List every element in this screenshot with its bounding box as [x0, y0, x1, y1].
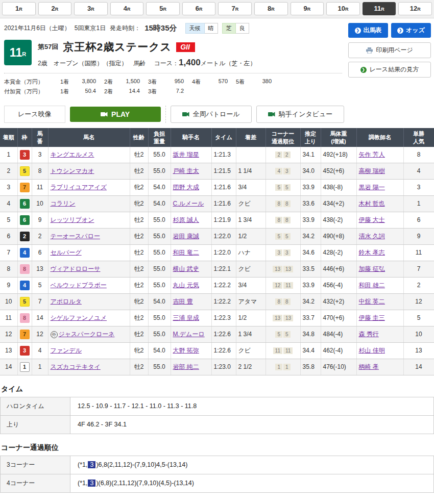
trainer-link[interactable]: 和田 雄二	[359, 282, 385, 289]
results-col-header: 着順	[0, 128, 17, 147]
race-tab-6r[interactable]: 6R	[182, 2, 216, 15]
finish-time: 1:21.6	[211, 195, 236, 212]
jockey-link[interactable]: 横山 武史	[173, 265, 199, 272]
margin: 1 3/4	[236, 326, 266, 342]
horse-name-link[interactable]: コラリン	[51, 200, 76, 207]
horse-name-link[interactable]: ベルウッドブラボー	[51, 282, 107, 289]
trainer-link[interactable]: 杉山 佳明	[359, 347, 385, 354]
horse-name-cell: ラブリイユアアイズ	[48, 179, 130, 195]
jockey-link[interactable]: 坂井 瑠星	[173, 151, 199, 158]
win-popularity: 9	[403, 228, 434, 244]
race-tab-10r[interactable]: 10R	[326, 2, 360, 15]
race-tab-2r[interactable]: 2R	[38, 2, 72, 15]
horse-name-link[interactable]: スズカコテキタイ	[51, 363, 101, 370]
horse-name-cell: アポロルタ	[48, 293, 130, 310]
horse-name-link[interactable]: テーオースパロー	[51, 233, 100, 240]
jockey-link[interactable]: 団野 大成	[173, 184, 199, 191]
horse-name-link[interactable]: トウシンマカオ	[51, 167, 94, 174]
print-page-button[interactable]: 印刷用ページ	[348, 42, 431, 58]
race-tab-4r[interactable]: 4R	[110, 2, 144, 15]
corner-position-badge: 13	[283, 266, 293, 272]
trainer-link[interactable]: 矢作 芳人	[359, 151, 385, 158]
jockey-link[interactable]: 丸山 元気	[173, 282, 199, 289]
trainer-cell: 中舘 英二	[356, 293, 403, 310]
race-tab-7r[interactable]: 7R	[218, 2, 252, 15]
horse-number: 3	[32, 147, 48, 163]
jockey-link[interactable]: 岩部 純二	[173, 363, 199, 370]
trainer-link[interactable]: 加藤 征弘	[359, 265, 385, 272]
course-distance: 1,400	[179, 58, 201, 67]
sex-age: 牡2	[130, 277, 148, 293]
finish-time: 1:22.0	[211, 228, 236, 244]
race-tab-suffix: R	[127, 7, 131, 12]
race-tab-8r[interactable]: 8R	[254, 2, 288, 15]
jockey-link[interactable]: 戸崎 圭太	[173, 167, 199, 174]
horse-name-link[interactable]: ジャスパークローネ	[59, 331, 115, 338]
race-tab-11r[interactable]: 11R	[363, 2, 396, 15]
trainer-link[interactable]: 鈴木 孝志	[359, 249, 385, 256]
prize-place: 1着	[60, 88, 74, 95]
race-tab-3r[interactable]: 3R	[74, 2, 108, 15]
carried-weight: 55.0	[148, 147, 171, 163]
prize-value: 1,500	[117, 78, 140, 86]
horse-name-link[interactable]: シゲルファンノユメ	[51, 314, 107, 321]
race-tab-9r[interactable]: 9R	[291, 2, 324, 15]
horse-name-link[interactable]: レッツリブオン	[51, 216, 94, 223]
trainer-link[interactable]: 伊藤 大士	[359, 216, 385, 223]
margin: 2 1/2	[236, 359, 266, 375]
carried-weight: 55.0	[148, 326, 171, 342]
jockey-interview-label: 騎手インタビュー	[279, 110, 333, 119]
corner-row-label: 3コーナー	[1, 456, 70, 474]
sex-age: 牡2	[130, 310, 148, 326]
race-tab-suffix: R	[417, 7, 421, 12]
horse-name-link[interactable]: セルバーグ	[51, 249, 82, 256]
finish-position: 2	[0, 163, 17, 179]
corner-row: 4コーナー(*1,3)(6,8)(2,11,12)(7,9,10)(4,5)-(…	[1, 474, 434, 492]
odds-button[interactable]: ❯ オッズ	[391, 23, 431, 38]
trainer-link[interactable]: 木村 哲也	[359, 200, 385, 207]
trainer-link[interactable]: 中舘 英二	[359, 298, 385, 305]
sex-age: 牡2	[130, 326, 148, 342]
jockey-interview-button[interactable]: 騎手インタビュー	[256, 106, 345, 123]
result-guide-button[interactable]: ❯ レース結果の見方	[348, 62, 431, 78]
jockey-link[interactable]: 岩田 康誠	[173, 233, 199, 240]
race-tab-5r[interactable]: 5R	[146, 2, 180, 15]
horse-name-link[interactable]: ヴィアドロローサ	[51, 265, 101, 272]
corner-position-badge: 2	[283, 152, 291, 158]
jockey-link[interactable]: 三浦 皇成	[173, 314, 199, 321]
carried-weight: 55.0	[148, 277, 171, 293]
entry-table-button[interactable]: ❯ 出馬表	[348, 23, 388, 38]
horse-name-link[interactable]: ファンデル	[51, 347, 82, 354]
finish-time: 1:22.6	[211, 326, 236, 342]
trainer-cell: 和田 雄二	[356, 277, 403, 293]
horse-name-link[interactable]: キングエルメス	[51, 151, 94, 158]
horse-name-link[interactable]: ラブリイユアアイズ	[51, 184, 107, 191]
trainer-link[interactable]: 清水 久詞	[359, 233, 385, 240]
race-tab-number: 7	[231, 5, 235, 12]
trainer-link[interactable]: 森 秀行	[359, 331, 379, 338]
body-weight: 462(-4)	[321, 342, 356, 359]
play-button[interactable]: PLAY	[70, 107, 161, 122]
margin: 1 3/4	[236, 212, 266, 228]
jockey-link[interactable]: 大野 拓弥	[173, 347, 199, 354]
trainer-link[interactable]: 黒岩 陽一	[359, 184, 385, 191]
race-tab-1r[interactable]: 1R	[2, 2, 36, 15]
corner-row: 3コーナー(*1,3)6,8(2,11,12)-(7,9,10)4,5-(13,…	[1, 456, 434, 474]
jockey-link[interactable]: 吉田 豊	[173, 298, 193, 305]
course-label: コース：	[154, 60, 179, 67]
prize-row: 付加賞（万円）1着50.42着14.43着7.2	[4, 87, 430, 96]
jockey-link[interactable]: 和田 竜二	[173, 249, 199, 256]
race-name: 京王杯2歳ステークス	[63, 40, 172, 54]
trainer-link[interactable]: 高柳 瑞樹	[359, 167, 385, 174]
trainer-link[interactable]: 柄崎 孝	[359, 363, 379, 370]
jockey-link[interactable]: M.デムーロ	[173, 331, 205, 338]
horse-name-link[interactable]: アポロルタ	[51, 298, 82, 305]
jockey-link[interactable]: 杉原 誠人	[173, 216, 199, 223]
race-tab-suffix: R	[271, 7, 275, 12]
body-weight: 476(-10)	[321, 359, 356, 375]
jockey-link[interactable]: C.ルメール	[173, 200, 204, 207]
corner-position-badge: 5	[283, 233, 291, 240]
trainer-link[interactable]: 伊藤 圭三	[359, 314, 385, 321]
race-tab-12r[interactable]: 12R	[398, 2, 432, 15]
patrol-video-button[interactable]: 全周パトロール	[171, 106, 252, 123]
